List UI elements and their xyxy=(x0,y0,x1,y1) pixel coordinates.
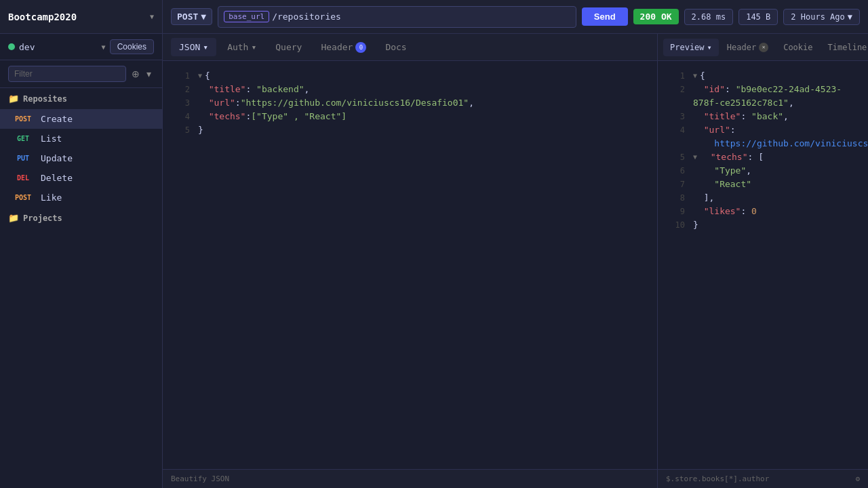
section-label-projects: Projects xyxy=(23,214,62,223)
tab-json-label: JSON xyxy=(179,42,200,52)
more-icon[interactable]: ▾ xyxy=(144,67,154,81)
env-dropdown-icon[interactable]: ▼ xyxy=(102,43,106,51)
timestamp-badge[interactable]: 2 Hours Ago ▼ xyxy=(783,9,860,25)
code-line-4: 4 "techs":["Type" , "React"] xyxy=(171,110,649,123)
header-close-icon[interactable]: ✕ xyxy=(759,43,768,52)
tab-json[interactable]: JSON ▾ xyxy=(171,38,216,56)
sidebar-section-projects: 📁 Projects xyxy=(0,207,162,228)
header-badge: 0 xyxy=(355,42,366,53)
timestamp-text: 2 Hours Ago xyxy=(791,12,844,22)
resp-line-1: 1 ▼ { xyxy=(666,69,860,83)
section-label-reposites: Reposites xyxy=(23,94,67,104)
url-bar[interactable]: base_url /repositories xyxy=(218,6,576,28)
tab-query-label: Query xyxy=(275,42,302,52)
resp-line-4b: https://github.com/viniciuscs16/Desafio0… xyxy=(666,137,860,150)
sidebar-section-reposites: 📁 Reposites xyxy=(0,88,162,109)
main-layout: dev ▼ Cookies ⊕ ▾ 📁 Reposites POST Creat… xyxy=(0,34,868,488)
sidebar-item-update[interactable]: PUT Update xyxy=(0,148,162,168)
response-size: 145 B xyxy=(738,9,778,25)
folder-icon-projects: 📁 xyxy=(8,213,19,223)
code-line-2: 2 "title": "backend", xyxy=(171,83,649,96)
tab-query[interactable]: Query xyxy=(267,38,310,56)
sidebar: dev ▼ Cookies ⊕ ▾ 📁 Reposites POST Creat… xyxy=(0,34,163,488)
sidebar-item-list[interactable]: GET List xyxy=(0,129,162,148)
resp-line-2: 2 "id": "b9e0ec22-24ad-4523-878f-ce25162… xyxy=(666,83,860,110)
tab-cookie[interactable]: Cookie xyxy=(776,39,819,56)
response-settings-icon[interactable]: ⚙ xyxy=(855,474,860,483)
tab-docs-label: Docs xyxy=(385,42,406,52)
tab-auth-label: Auth xyxy=(227,42,248,52)
app-dropdown-icon[interactable]: ▼ xyxy=(150,13,154,20)
filter-input[interactable] xyxy=(8,66,126,82)
sidebar-item-create[interactable]: POST Create xyxy=(0,109,162,129)
response-bottom-bar: $.store.books[*].author ⚙ xyxy=(658,469,868,488)
url-path: /repositories xyxy=(272,12,341,22)
resp-line-8: 8 ], xyxy=(666,191,860,205)
response-code-area[interactable]: 1 ▼ { 2 "id": "b9e0ec22-24ad-4523-878f-c… xyxy=(658,61,868,469)
code-line-5: 5 } xyxy=(171,123,649,137)
add-icon[interactable]: ⊕ xyxy=(129,67,142,81)
sidebar-item-label-like: Like xyxy=(41,192,62,203)
method-selector[interactable]: POST ▼ xyxy=(171,8,212,25)
base-url-badge: base_url xyxy=(224,11,269,22)
tab-header-label: Header xyxy=(321,42,353,52)
filter-row: ⊕ ▾ xyxy=(0,60,162,88)
timestamp-arrow-icon: ▼ xyxy=(848,12,852,22)
request-bottom-bar: Beautify JSON xyxy=(163,469,657,488)
top-bar: Bootcamp2020 ▼ POST ▼ base_url /reposito… xyxy=(0,0,868,34)
sidebar-item-label-list: List xyxy=(41,134,62,144)
tab-docs[interactable]: Docs xyxy=(377,38,414,56)
response-panel: Preview ▾ Header ✕ Cookie Timeline 1 ▼ { xyxy=(658,34,868,488)
response-tab-bar: Preview ▾ Header ✕ Cookie Timeline xyxy=(658,34,868,61)
code-line-3: 3 "url":"https://github.com/viniciuscs16… xyxy=(171,96,649,110)
method-dropdown-icon: ▼ xyxy=(201,12,206,22)
resp-line-10: 10 } xyxy=(666,218,860,232)
sidebar-item-label-create: Create xyxy=(41,114,73,124)
sidebar-item-delete[interactable]: DEL Delete xyxy=(0,168,162,188)
tab-auth[interactable]: Auth ▾ xyxy=(219,38,264,56)
cookies-button[interactable]: Cookies xyxy=(110,39,154,54)
resp-line-7: 7 "React" xyxy=(666,178,860,191)
tab-json-dropdown[interactable]: ▾ xyxy=(203,42,208,52)
sidebar-item-like[interactable]: POST Like xyxy=(0,188,162,207)
tab-response-header[interactable]: Header ✕ xyxy=(720,39,775,56)
resp-line-3: 3 "title": "back", xyxy=(666,110,860,123)
store-label: $.store.books[*].author xyxy=(666,474,769,483)
tab-response-header-label: Header xyxy=(727,43,756,52)
tab-preview[interactable]: Preview ▾ xyxy=(663,39,719,56)
resp-line-4: 4 "url": xyxy=(666,123,860,137)
resp-line-5: 5 ▼ "techs": [ xyxy=(666,150,860,164)
method-badge-post-like: POST xyxy=(11,193,35,202)
status-badge: 200 OK xyxy=(633,9,679,24)
method-badge-del-delete: DEL xyxy=(11,174,35,182)
tab-header[interactable]: Header 0 xyxy=(313,38,374,57)
tab-preview-label: Preview xyxy=(670,43,705,52)
beautify-json-label[interactable]: Beautify JSON xyxy=(171,474,229,483)
filter-icons: ⊕ ▾ xyxy=(129,67,154,81)
folder-icon: 📁 xyxy=(8,94,19,104)
sidebar-item-label-delete: Delete xyxy=(41,173,73,183)
code-line-1: 1 ▼ { xyxy=(171,69,649,83)
tab-timeline[interactable]: Timeline xyxy=(821,39,868,56)
tab-preview-arrow[interactable]: ▾ xyxy=(707,43,712,52)
request-bar: POST ▼ base_url /repositories Send 200 O… xyxy=(163,0,868,33)
method-badge-get-list: GET xyxy=(11,134,35,143)
content-area: JSON ▾ Auth ▾ Query Header 0 Docs 1 ▼ { xyxy=(163,34,658,488)
url-link[interactable]: https://github.com/viniciuscs16/Desafio0… xyxy=(714,138,868,148)
method-badge-post-create: POST xyxy=(11,115,35,123)
sidebar-env: dev ▼ Cookies xyxy=(0,34,162,60)
app-title: Bootcamp2020 xyxy=(8,12,144,22)
sidebar-item-label-update: Update xyxy=(41,153,73,163)
tab-auth-dropdown[interactable]: ▾ xyxy=(251,42,256,52)
request-code-area[interactable]: 1 ▼ { 2 "title": "backend", 3 "url":"htt… xyxy=(163,61,657,469)
app-title-area: Bootcamp2020 ▼ xyxy=(0,0,163,33)
resp-line-6: 6 "Type", xyxy=(666,164,860,178)
resp-line-9: 9 "likes": 0 xyxy=(666,205,860,218)
send-button[interactable]: Send xyxy=(582,7,628,26)
method-text: POST xyxy=(177,12,198,22)
response-time: 2.68 ms xyxy=(684,9,734,25)
tab-timeline-label: Timeline xyxy=(828,43,867,52)
env-status-dot xyxy=(8,43,15,50)
method-badge-put-update: PUT xyxy=(11,154,35,163)
tab-cookie-label: Cookie xyxy=(783,43,812,52)
